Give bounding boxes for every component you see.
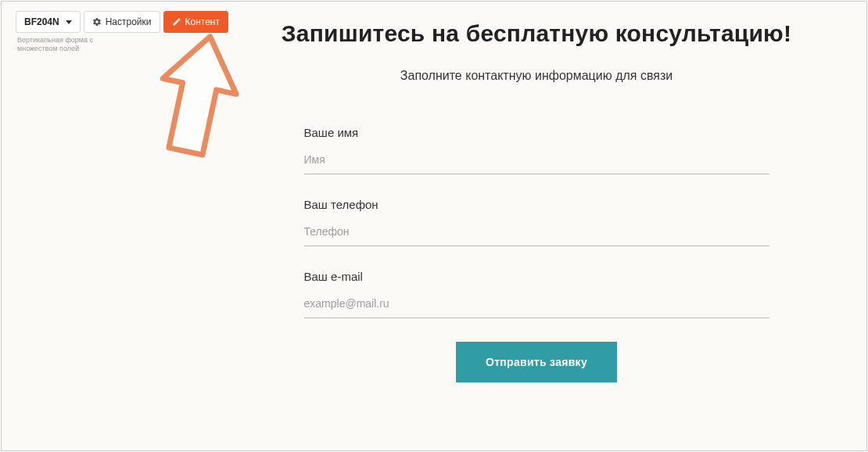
- name-label: Ваше имя: [304, 126, 769, 139]
- block-code-dropdown[interactable]: BF204N: [16, 11, 81, 33]
- gear-icon: [92, 17, 102, 27]
- tutorial-arrow-icon: [150, 31, 244, 167]
- page-title: Запишитесь на бесплатную консультацию!: [282, 20, 791, 47]
- main-content: Запишитесь на бесплатную консультацию! З…: [236, 20, 837, 382]
- email-field-group: Ваш e-mail: [304, 270, 769, 318]
- content-label: Контент: [185, 16, 220, 27]
- email-label: Ваш e-mail: [304, 270, 769, 283]
- name-field-group: Ваше имя: [304, 126, 769, 174]
- block-description-line2: множеством полей: [17, 45, 79, 52]
- page-subtitle: Заполните контактную информацию для связ…: [400, 69, 673, 83]
- editor-frame: BF204N Настройки Контент Вертикальная фо…: [1, 1, 867, 451]
- phone-input[interactable]: [304, 222, 769, 246]
- block-description-line1: Вертикальная форма с: [17, 36, 93, 44]
- phone-label: Ваш телефон: [304, 198, 769, 211]
- name-input[interactable]: [304, 150, 769, 174]
- chevron-down-icon: [66, 20, 72, 24]
- block-description: Вертикальная форма с множеством полей: [17, 36, 93, 53]
- toolbar: BF204N Настройки Контент: [16, 11, 228, 33]
- block-code-label: BF204N: [24, 16, 59, 27]
- settings-label: Настройки: [106, 16, 152, 27]
- contact-form: Ваше имя Ваш телефон Ваш e-mail Отправит…: [304, 126, 769, 382]
- pencil-icon: [172, 17, 181, 27]
- email-input[interactable]: [304, 294, 769, 318]
- settings-button[interactable]: Настройки: [84, 11, 160, 33]
- content-button[interactable]: Контент: [163, 11, 228, 33]
- phone-field-group: Ваш телефон: [304, 198, 769, 246]
- submit-wrap: Отправить заявку: [304, 342, 769, 382]
- submit-button[interactable]: Отправить заявку: [456, 342, 617, 382]
